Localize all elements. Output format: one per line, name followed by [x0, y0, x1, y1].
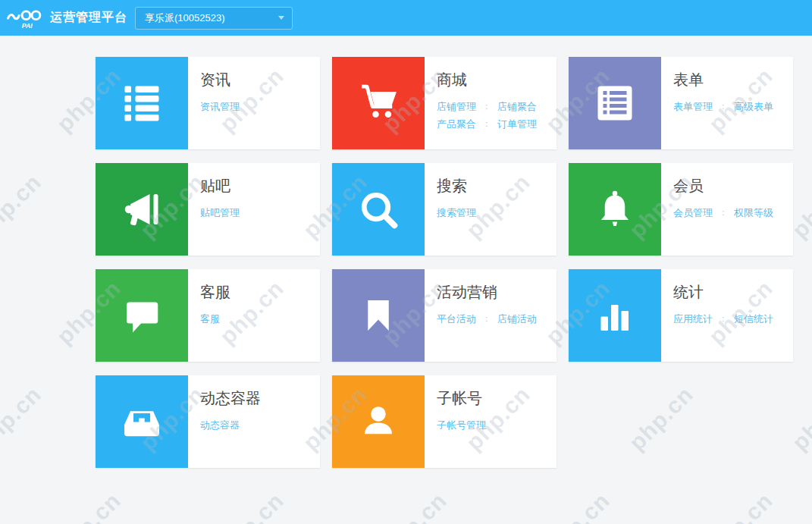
module-link[interactable]: 店铺聚合	[497, 98, 537, 115]
chat-icon	[119, 293, 165, 338]
account-select[interactable]: 享乐派(10052523)	[135, 7, 293, 30]
chevron-down-icon	[278, 16, 284, 20]
module-tile[interactable]	[332, 57, 425, 149]
link-separator: ：	[482, 98, 491, 115]
watermark-text: php.cn	[704, 488, 778, 524]
module-links-row: 产品聚合：订单管理	[437, 115, 537, 133]
module-link[interactable]: 子帐号管理	[437, 416, 486, 434]
account-select-value: 享乐派(10052523)	[145, 11, 278, 25]
module-link[interactable]: 权限等级	[734, 204, 773, 221]
watermark-text: php.cn	[541, 488, 615, 524]
module-links-row: 平台活动：店铺活动	[437, 310, 537, 328]
module-link[interactable]: 搜索管理	[437, 204, 476, 221]
module-card: 动态容器动态容器	[96, 375, 320, 468]
megaphone-icon	[119, 187, 165, 232]
module-links-row: 贴吧管理	[200, 204, 240, 221]
module-link[interactable]: 平台活动	[437, 310, 476, 328]
module-title: 统计	[673, 284, 773, 300]
list-icon	[119, 80, 165, 126]
module-card: 商城店铺管理：店铺聚合产品聚合：订单管理	[332, 57, 556, 149]
link-separator: ：	[719, 310, 728, 328]
module-links-row: 客服	[200, 310, 230, 328]
bell-icon	[592, 187, 638, 232]
module-tile[interactable]	[569, 269, 661, 362]
module-links-row: 店铺管理：店铺聚合	[437, 98, 537, 115]
module-tile[interactable]	[569, 57, 661, 149]
module-link[interactable]: 贴吧管理	[200, 204, 240, 221]
watermark-text: php.cn	[0, 381, 46, 456]
inbox-icon	[119, 399, 165, 444]
module-link[interactable]: 应用统计	[673, 310, 713, 328]
top-header-bar: PAI 运营管理平台 享乐派(10052523)	[0, 0, 812, 36]
module-card: 资讯资讯管理	[96, 57, 320, 149]
barchart-icon	[592, 293, 638, 338]
module-link[interactable]: 客服	[200, 310, 220, 328]
module-title: 动态容器	[200, 390, 261, 406]
module-title: 表单	[673, 71, 773, 88]
app-title: 运营管理平台	[50, 10, 127, 26]
module-tile[interactable]	[332, 375, 425, 468]
module-tile[interactable]	[96, 163, 188, 256]
module-title: 客服	[200, 284, 230, 300]
module-links-row: 搜索管理	[437, 204, 476, 221]
module-title: 活动营销	[437, 284, 537, 300]
module-link[interactable]: 动态容器	[200, 416, 240, 434]
module-card: 子帐号子帐号管理	[332, 375, 556, 468]
module-links-row: 资讯管理	[200, 98, 240, 115]
module-card: 贴吧贴吧管理	[96, 163, 320, 256]
module-card: 活动营销平台活动：店铺活动	[332, 269, 556, 362]
module-links-row: 应用统计：短信统计	[673, 310, 773, 328]
link-separator: ：	[482, 310, 491, 328]
link-separator: ：	[482, 115, 491, 133]
module-card: 会员会员管理：权限等级	[569, 163, 793, 256]
module-links-row: 表单管理：高级表单	[673, 98, 773, 115]
module-card: 统计应用统计：短信统计	[569, 269, 793, 362]
bookmark-icon	[356, 293, 401, 338]
module-card: 客服客服	[96, 269, 320, 362]
module-title: 商城	[437, 71, 537, 88]
module-tile[interactable]	[332, 163, 425, 256]
watermark-text: php.cn	[378, 488, 452, 524]
module-link[interactable]: 资讯管理	[200, 98, 240, 115]
module-link[interactable]: 短信统计	[734, 310, 773, 328]
module-card: 表单表单管理：高级表单	[569, 57, 793, 149]
yoopai-logo: PAI	[6, 6, 45, 32]
module-tile[interactable]	[332, 269, 425, 362]
watermark-text: php.cn	[52, 488, 126, 524]
module-link[interactable]: 高级表单	[734, 98, 773, 115]
cart-icon	[356, 80, 401, 126]
module-title: 搜索	[437, 177, 476, 194]
module-link[interactable]: 订单管理	[497, 115, 537, 133]
module-link[interactable]: 店铺活动	[497, 310, 537, 328]
module-card: 搜索搜索管理	[332, 163, 556, 256]
svg-text:PAI: PAI	[22, 22, 33, 30]
module-title: 资讯	[200, 71, 240, 88]
user-icon	[356, 399, 401, 444]
module-links-row: 子帐号管理	[437, 416, 486, 434]
module-title: 贴吧	[200, 177, 240, 194]
module-tile[interactable]	[569, 163, 661, 256]
module-tile[interactable]	[96, 375, 188, 468]
link-separator: ：	[719, 204, 728, 221]
module-tile[interactable]	[96, 57, 188, 149]
module-link[interactable]: 产品聚合	[437, 115, 476, 133]
module-cards-grid: 资讯资讯管理商城店铺管理：店铺聚合产品聚合：订单管理表单表单管理：高级表单贴吧贴…	[96, 57, 793, 468]
module-links-row: 动态容器	[200, 416, 261, 434]
watermark-text: php.cn	[215, 488, 289, 524]
module-link[interactable]: 表单管理	[673, 98, 713, 115]
module-links-row: 会员管理：权限等级	[673, 204, 773, 221]
module-link[interactable]: 店铺管理	[437, 98, 476, 115]
form-icon	[592, 80, 638, 126]
module-tile[interactable]	[96, 269, 188, 362]
watermark-text: php.cn	[0, 169, 46, 243]
module-title: 子帐号	[437, 390, 486, 406]
module-title: 会员	[673, 177, 773, 194]
link-separator: ：	[719, 98, 728, 115]
search-icon	[356, 187, 401, 232]
module-link[interactable]: 会员管理	[673, 204, 713, 221]
